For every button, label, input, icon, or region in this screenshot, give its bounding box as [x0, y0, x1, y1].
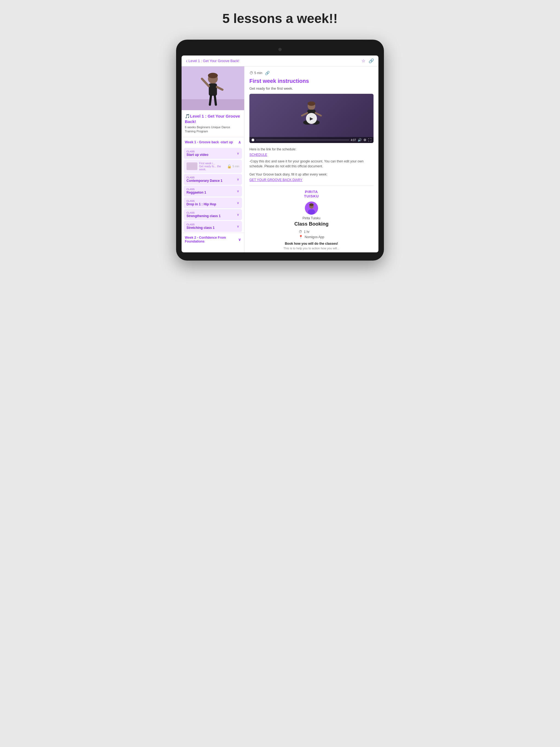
svg-line-13 — [315, 113, 321, 115]
volume-icon[interactable]: 🔊 — [358, 138, 362, 142]
main-content: ⏱ 5 min 🔗 First week instructions Get re… — [245, 67, 378, 252]
play-button[interactable]: ▶ — [306, 113, 317, 124]
list-item[interactable]: Class Stretching class 1 ∨ — [184, 221, 242, 232]
sidebar: 🎵Level 1 : Get Your Groove Back! 6 weeks… — [182, 67, 245, 252]
video-controls: 4:07 🔊 ⚙ ⛶ — [249, 137, 374, 143]
back-chevron-icon: ‹ — [186, 58, 187, 63]
location-value: Nomigos App — [305, 235, 324, 239]
week2-chevron-icon: ∨ — [238, 237, 241, 242]
week1-label: Week 1 - Groove back -start up — [185, 140, 233, 144]
schedule-section: Here is the link for the schedule: SCHED… — [249, 147, 374, 169]
tablet-screen: ‹ Level 1 : Get Your Groove Back! ☆ 🔗 — [182, 55, 378, 252]
list-item[interactable]: Class Drop in 1 : Hip Hop ∨ — [184, 198, 242, 208]
booking-note: Book how you will do the classes! — [285, 242, 338, 246]
schedule-intro: Here is the link for the schedule: — [249, 147, 374, 152]
diary-link[interactable]: GET YOUR GROOVE BACK DIARY — [249, 178, 374, 182]
page-headline: 5 lessons a week!! — [222, 11, 338, 26]
video-time: 4:07 — [351, 138, 356, 141]
lock-icon: 🔒 — [227, 164, 232, 169]
progress-dot — [252, 138, 254, 141]
locked-thumbnail — [186, 162, 198, 170]
schedule-note: -Copy this doc and save it for your goog… — [249, 159, 374, 169]
svg-rect-1 — [182, 99, 244, 110]
location-icon: 📍 — [299, 235, 303, 239]
week2-header[interactable]: Week 2 - Confidence From Foundations ∨ — [182, 233, 244, 246]
fullscreen-icon[interactable]: ⛶ — [368, 138, 371, 142]
class-item-chevron-icon: ∨ — [237, 189, 239, 193]
diary-intro: Get Your Groove back diary, fill it up a… — [249, 172, 374, 177]
sidebar-course-title: 🎵Level 1 : Get Your Groove Back! — [182, 110, 244, 125]
progress-bar[interactable] — [256, 140, 349, 140]
duration-badge: ⏱ 5 min — [249, 71, 262, 75]
share-icon[interactable]: 🔗 — [368, 58, 374, 63]
instructor-name: Pirita Tuisku — [302, 216, 320, 220]
nav-back-label: Level 1 : Get Your Groove Back! — [188, 59, 239, 63]
divider — [249, 186, 374, 186]
booking-title: Class Booking — [294, 221, 328, 227]
svg-line-7 — [210, 96, 211, 105]
video-player[interactable]: ▶ 4:07 🔊 ⚙ ⛶ — [249, 94, 374, 143]
week1-header[interactable]: Week 1 - Groove back -start up ∧ — [182, 137, 244, 147]
class-item-chevron-icon: ∨ — [237, 225, 239, 228]
class-item-chevron-icon: ∨ — [237, 201, 239, 205]
tablet-camera — [278, 48, 282, 51]
booking-location: 📍 Nomigos App — [299, 235, 324, 239]
instructor-section: PIRITA TUISKU Pirita Tuisku Class Bookin… — [249, 190, 374, 252]
tablet-device: ‹ Level 1 : Get Your Groove Back! ☆ 🔗 — [176, 40, 384, 261]
avatar — [305, 202, 318, 215]
booking-note-sub: This is to help you to action how you wi… — [284, 247, 339, 250]
booking-info: ⏱ 1 hr 📍 Nomigos App — [299, 230, 324, 239]
duration-value: 1 hr — [304, 230, 309, 234]
bookmark-icon[interactable]: ☆ — [361, 58, 365, 63]
svg-point-3 — [208, 73, 218, 78]
video-ctrl-icons: 🔊 ⚙ ⛶ — [358, 138, 371, 142]
class-item-chevron-icon: ∨ — [237, 213, 239, 216]
instructor-logo: PIRITA TUISKU — [304, 190, 319, 198]
list-item[interactable]: Class Reggaeton 1 ∨ — [184, 186, 242, 197]
week1-chevron-icon: ∧ — [238, 140, 241, 145]
content-subtitle: Get ready for the first week. — [249, 86, 374, 91]
link-icon[interactable]: 🔗 — [265, 71, 270, 75]
svg-point-10 — [308, 101, 315, 106]
nav-bar: ‹ Level 1 : Get Your Groove Back! ☆ 🔗 — [182, 55, 378, 67]
clock-icon: ⏱ — [299, 230, 302, 234]
content-title: First week instructions — [249, 78, 374, 84]
svg-point-19 — [308, 209, 315, 215]
booking-duration: ⏱ 1 hr — [299, 230, 324, 234]
list-item[interactable]: Class Contemporary Dance 1 ∨ — [184, 174, 242, 185]
nav-back[interactable]: ‹ Level 1 : Get Your Groove Back! — [186, 58, 239, 63]
settings-icon[interactable]: ⚙ — [363, 138, 366, 142]
clock-icon: ⏱ — [249, 71, 253, 75]
svg-point-18 — [309, 203, 314, 206]
list-item[interactable]: Class Start up video ∨ — [184, 148, 242, 159]
list-item[interactable]: First week i...Get ready fo... the week.… — [184, 160, 242, 173]
class-item-chevron-icon: ∨ — [237, 177, 239, 181]
content-area: 🎵Level 1 : Get Your Groove Back! 6 weeks… — [182, 67, 378, 252]
sidebar-hero — [182, 67, 244, 110]
nav-icons: ☆ 🔗 — [361, 58, 374, 63]
week2-label: Week 2 - Confidence From Foundations — [185, 236, 238, 243]
sidebar-course-desc: 6 weeks Beginners Unique Dance Training … — [182, 125, 244, 137]
svg-rect-4 — [209, 83, 217, 96]
list-item[interactable]: Class Strengthening class 1 ∨ — [184, 209, 242, 220]
content-meta: ⏱ 5 min 🔗 — [249, 71, 374, 75]
duration-text: 5 min — [254, 71, 262, 75]
svg-line-8 — [215, 96, 216, 105]
class-item-chevron-icon: ∨ — [237, 152, 239, 155]
schedule-link[interactable]: SCHEDULE — [249, 153, 374, 157]
diary-section: Get Your Groove back diary, fill it up a… — [249, 172, 374, 182]
